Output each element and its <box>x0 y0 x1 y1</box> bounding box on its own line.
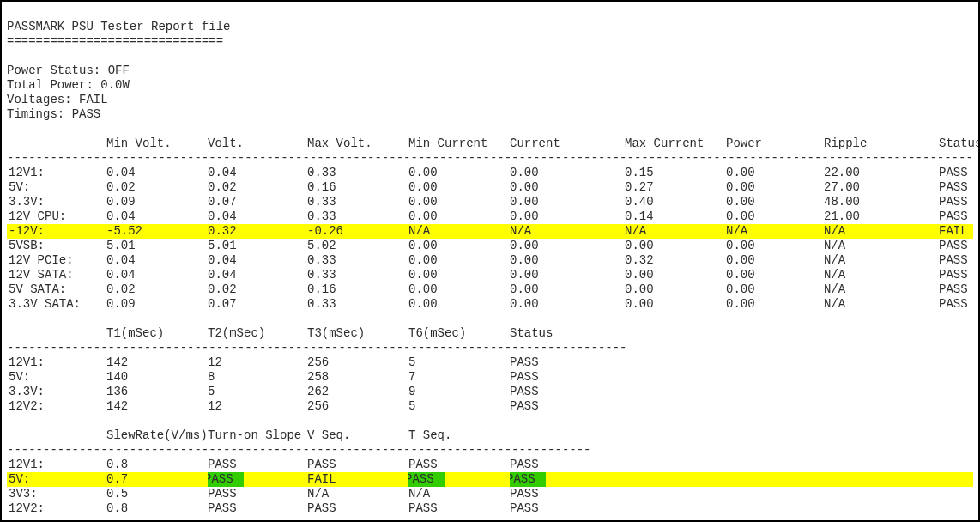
cell-power: 0.00 <box>726 297 824 312</box>
table3-row: 3V3:0.5PASSN/AN/APASS <box>7 487 973 501</box>
table2-row: 5V:14082587PASS <box>7 370 973 385</box>
cell-status: PASS <box>939 209 980 224</box>
cell-t2: 5 <box>208 385 307 399</box>
cell-volt: 0.04 <box>208 209 307 224</box>
cell-t1: 136 <box>106 385 208 399</box>
cell-volt: 0.07 <box>208 195 307 209</box>
cell-power: 0.00 <box>726 253 824 268</box>
cell-power: 0.00 <box>726 282 824 297</box>
cell-maxv: 0.16 <box>307 180 408 195</box>
cell-curr: 0.00 <box>510 268 625 282</box>
cell-extra: PASS <box>510 472 578 487</box>
cell-label: 12V1: <box>7 355 106 370</box>
cell-label: 3V3: <box>7 487 106 501</box>
cell-status: PASS <box>939 239 980 253</box>
cell-ripple: N/A <box>824 268 939 282</box>
cell-curr: 0.00 <box>510 253 625 268</box>
table1-row: 3.3V SATA:0.090.070.330.000.000.000.00N/… <box>7 297 973 312</box>
cell-turn: PASS <box>208 487 307 501</box>
cell-maxv: 0.33 <box>307 268 408 282</box>
cell-tseq: N/A <box>408 487 510 501</box>
cell-power: 0.00 <box>726 195 824 209</box>
cell-maxc: 0.00 <box>625 239 726 253</box>
cell-power: 0.00 <box>726 209 824 224</box>
table1-row: 5V:0.020.020.160.000.000.270.0027.00PASS <box>7 180 973 195</box>
cell-curr: 0.00 <box>510 282 625 297</box>
cell-maxv: 0.33 <box>307 253 408 268</box>
table3-row: 5V:0.7PASSFAILPASSPASS <box>7 472 973 487</box>
cell-maxc: 0.00 <box>625 282 726 297</box>
cell-label: 12V PCIe: <box>7 253 106 268</box>
cell-volt: 0.02 <box>208 180 307 195</box>
cell-maxv: 5.02 <box>307 239 408 253</box>
cell-label: 12V CPU: <box>7 209 106 224</box>
cell-label: 12V2: <box>7 399 106 414</box>
cell-slew: 0.8 <box>106 501 208 516</box>
cell-t2: 12 <box>208 355 307 370</box>
cell-tseq: PASS <box>408 458 510 472</box>
cell-power: 0.00 <box>726 239 824 253</box>
cell-minc: 0.00 <box>408 253 510 268</box>
cell-ripple: N/A <box>824 297 939 312</box>
cell-t1: 142 <box>106 355 208 370</box>
cell-ripple: N/A <box>824 239 939 253</box>
cell-slew: 0.5 <box>106 487 208 501</box>
cell-label: 5V: <box>7 370 106 385</box>
cell-t6: 9 <box>408 385 510 399</box>
cell-t6: 5 <box>408 399 510 414</box>
cell-label: 3.3V: <box>7 195 106 209</box>
cell-ripple: 27.00 <box>824 180 939 195</box>
cell-ripple: 48.00 <box>824 195 939 209</box>
cell-power: N/A <box>726 224 824 239</box>
cell-status: PASS <box>939 268 980 282</box>
cell-curr: 0.00 <box>510 180 625 195</box>
power-status-line: Power Status: OFF <box>7 64 130 77</box>
cell-maxc: 0.15 <box>625 166 726 180</box>
cell-minv: 0.04 <box>106 166 208 180</box>
cell-t2: 8 <box>208 370 307 385</box>
report-title: PASSMARK PSU Tester Report file <box>7 20 230 33</box>
table1-row: 5V SATA:0.020.020.160.000.000.000.00N/AP… <box>7 282 973 297</box>
cell-t6: 7 <box>408 370 510 385</box>
cell-ripple: 22.00 <box>824 166 939 180</box>
cell-status: PASS <box>939 253 980 268</box>
cell-volt: 0.07 <box>208 297 307 312</box>
cell-maxc: 0.00 <box>625 297 726 312</box>
cell-power: 0.00 <box>726 166 824 180</box>
cell-maxv: 0.33 <box>307 297 408 312</box>
cell-status: PASS <box>939 282 980 297</box>
cell-minv: 0.04 <box>106 253 208 268</box>
cell-label: 12V SATA: <box>7 268 106 282</box>
cell-t6: 5 <box>408 355 510 370</box>
cell-slew: 0.7 <box>106 472 208 487</box>
cell-maxc: N/A <box>625 224 726 239</box>
cell-maxv: -0.26 <box>307 224 408 239</box>
cell-status: PASS <box>510 355 596 370</box>
cell-volt: 5.01 <box>208 239 307 253</box>
cell-t3: 258 <box>307 370 408 385</box>
cell-minv: 0.04 <box>106 209 208 224</box>
cell-extra: PASS <box>510 487 578 501</box>
cell-maxc: 0.40 <box>625 195 726 209</box>
table1-row: -12V:-5.520.32-0.26N/AN/AN/AN/AN/AFAIL <box>7 224 973 239</box>
cell-ripple: N/A <box>824 253 939 268</box>
cell-label: -12V: <box>7 224 106 239</box>
cell-volt: 0.04 <box>208 166 307 180</box>
cell-maxv: 0.16 <box>307 282 408 297</box>
table3-row: 12V2:0.8PASSPASSPASSPASS <box>7 501 973 516</box>
cell-curr: N/A <box>510 224 625 239</box>
cell-status: PASS <box>510 370 596 385</box>
cell-status: FAIL <box>939 224 980 239</box>
cell-ripple: N/A <box>824 282 939 297</box>
table1-row: 3.3V:0.090.070.330.000.000.400.0048.00PA… <box>7 195 973 209</box>
cell-power: 0.00 <box>726 180 824 195</box>
table2-row: 3.3V:13652629PASS <box>7 385 973 399</box>
cell-label: 3.3V: <box>7 385 106 399</box>
cell-minv: 0.02 <box>106 282 208 297</box>
table1-row: 12V CPU:0.040.040.330.000.000.140.0021.0… <box>7 209 973 224</box>
cell-t3: 256 <box>307 355 408 370</box>
cell-status: PASS <box>939 195 980 209</box>
cell-label: 12V2: <box>7 501 106 516</box>
cell-t3: 256 <box>307 399 408 414</box>
cell-minv: 5.01 <box>106 239 208 253</box>
